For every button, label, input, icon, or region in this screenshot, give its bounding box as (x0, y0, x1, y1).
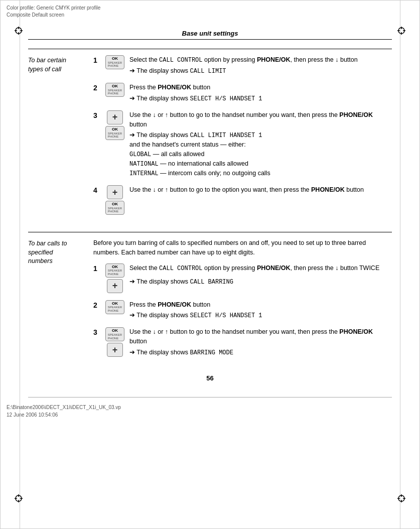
s2-step3-num: 3 (93, 327, 102, 336)
step3-icons: + OK SPEAKERPHONE (105, 110, 124, 140)
section1-step3: 3 + OK SPEAKERPHONE Use the ↓ or ↑ butto… (93, 110, 392, 178)
ok-phone-icon-4: OK SPEAKERPHONE (105, 201, 124, 215)
section2-step1: 1 OK SPEAKERPHONE + Select the CALL CONT… (93, 263, 392, 293)
section1-step1: 1 OK SPEAKERPHONE Select the CALL CONTRO… (93, 55, 392, 76)
section2-step2: 2 OK SPEAKERPHONE Press the PHONE/OK but… (93, 300, 392, 321)
step1-num: 1 (93, 55, 102, 64)
page-number: 56 (28, 374, 392, 382)
section1-step4: 4 + OK SPEAKERPHONE Use the ↓ or ↑ butto… (93, 185, 392, 215)
section2-steps: Before you turn barring of calls to spec… (93, 238, 392, 364)
step2-content: Press the PHONE/OK button ➔ The display … (129, 83, 392, 103)
step4-icons: + OK SPEAKERPHONE (105, 185, 124, 215)
step2-icons: OK SPEAKERPHONE (105, 83, 124, 97)
page-header-title: Base unit settings (182, 30, 238, 37)
ok-phone-icon-2: OK SPEAKERPHONE (105, 83, 124, 97)
s2-step1-icons: OK SPEAKERPHONE + (105, 263, 124, 293)
plus-icon-s2-1: + (107, 279, 123, 293)
s2-step2-icons: OK SPEAKERPHONE (105, 300, 124, 314)
section2: To bar calls tospecifiednumbers Before y… (28, 232, 392, 364)
section1-step2: 2 OK SPEAKERPHONE Press the PHONE/OK but… (93, 83, 392, 103)
corner-mark-br (397, 494, 405, 502)
section2-step3: 3 OK SPEAKERPHONE + Use the ↓ or ↑ butto… (93, 327, 392, 357)
s2-step1-num: 1 (93, 263, 102, 273)
ok-phone-icon-s2-2: OK SPEAKERPHONE (105, 300, 124, 314)
ok-phone-icon-s2-1: OK SPEAKERPHONE (105, 263, 124, 278)
s2-step3-content: Use the ↓ or ↑ button to go to the hands… (129, 327, 392, 357)
page-header: Base unit settings (28, 30, 392, 40)
step2-num: 2 (93, 83, 102, 92)
ok-phone-icon-s2-3: OK SPEAKERPHONE (105, 327, 124, 341)
corner-mark-tr (397, 27, 405, 35)
bottom-meta: E:\Binatone2006\iDECT_X1i\iDECT_X1i_UK_0… (1, 402, 419, 423)
plus-icon-s2-3: + (107, 343, 123, 357)
step3-content: Use the ↓ or ↑ button to go to the hands… (129, 110, 392, 178)
section1-label: To bar certaintypes of call (28, 55, 93, 222)
step1-icons: OK SPEAKERPHONE (105, 55, 124, 69)
section2-label: To bar calls tospecifiednumbers (28, 238, 93, 364)
corner-mark-bl (15, 494, 23, 502)
s2-step3-icons: OK SPEAKERPHONE + (105, 327, 124, 357)
bottom-divider (28, 397, 392, 398)
step3-num: 3 (93, 110, 102, 119)
section1-steps: 1 OK SPEAKERPHONE Select the CALL CONTRO… (93, 55, 392, 222)
plus-icon-4: + (107, 185, 123, 199)
section2-divider (28, 232, 392, 232)
top-meta-line1: Color profile: Generic CMYK printer prof… (7, 5, 413, 12)
ok-phone-icon: OK SPEAKERPHONE (105, 55, 124, 69)
top-meta-line2: Composite Default screen (7, 12, 413, 19)
plus-icon-3: + (107, 110, 123, 124)
section2-intro: Before you turn barring of calls to spec… (93, 238, 392, 257)
section2-block: To bar calls tospecifiednumbers Before y… (28, 238, 392, 364)
corner-mark-tl (15, 27, 23, 35)
step4-content: Use the ↓ or ↑ button to go to the optio… (129, 185, 392, 195)
bottom-meta-line2: 12 June 2006 10:54:06 (7, 411, 413, 419)
step1-content: Select the CALL CONTROL option by pressi… (129, 55, 392, 76)
section1-divider (28, 49, 392, 49)
step4-num: 4 (93, 185, 102, 194)
bottom-meta-line1: E:\Binatone2006\iDECT_X1i\iDECT_X1i_UK_0… (7, 404, 413, 411)
top-meta: Color profile: Generic CMYK printer prof… (1, 1, 419, 20)
ok-phone-icon-3: OK SPEAKERPHONE (105, 126, 124, 140)
s2-step1-content: Select the CALL CONTROL option by pressi… (129, 263, 392, 287)
s2-step2-num: 2 (93, 300, 102, 309)
section1: To bar certaintypes of call 1 OK SPEAKER… (28, 49, 392, 222)
s2-step2-content: Press the PHONE/OK button ➔ The display … (129, 300, 392, 321)
section1-block: To bar certaintypes of call 1 OK SPEAKER… (28, 55, 392, 222)
